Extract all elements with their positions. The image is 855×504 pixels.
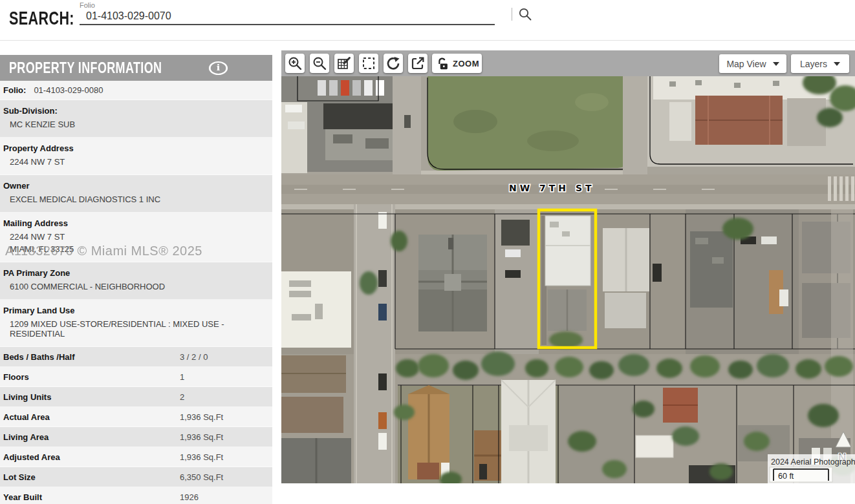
property-row-label: Primary Land Use [3, 306, 269, 315]
property-row: Primary Land Use 1209 MIXED USE-STORE/RE… [0, 300, 272, 347]
property-row: Beds / Baths /Half 3 / 2 / 0 [0, 347, 272, 367]
property-row-value: 2244 NW 7 ST [10, 232, 269, 242]
panel-title: PROPERTY INFORMATION [9, 59, 162, 77]
property-row-label: Living Area [3, 432, 180, 442]
property-row: Folio: 01-4103-029-0080 [0, 81, 272, 100]
property-row: Living Units 2 [0, 387, 272, 407]
rotate-icon [385, 55, 402, 72]
property-row-value: 01-4103-029-0080 [34, 85, 103, 95]
unlocked-padlock-icon [435, 56, 450, 71]
property-row-value: MC KENZIE SUB [10, 120, 269, 129]
property-row-label: Living Units [3, 392, 180, 402]
scale-label: 60 ft [778, 472, 794, 481]
property-row: Sub-Division: MC KENZIE SUB [0, 100, 272, 138]
rotate-button[interactable] [384, 54, 403, 73]
property-row-label: PA Primary Zone [3, 268, 269, 278]
aerial-map[interactable]: NW 7TH ST [281, 76, 855, 483]
property-row: PA Primary Zone 6100 COMMERCIAL - NEIGHB… [0, 262, 272, 300]
property-row-value: 1209 MIXED USE-STORE/RESIDENTIAL : MIXED… [10, 319, 269, 339]
property-row-value: 1926 [180, 492, 199, 502]
layers-label: Layers [800, 59, 827, 69]
zoom-in-icon [287, 55, 303, 72]
property-row-label: Owner [3, 181, 269, 191]
marquee-select-icon [360, 55, 377, 72]
property-row-value: 2 [180, 392, 184, 402]
property-row-value: 6100 COMMERCIAL - NEIGHBORHOOD [10, 282, 269, 291]
property-row-label: Folio: [3, 85, 26, 95]
folio-field-label: Folio [80, 1, 495, 9]
property-row: Living Area 1,936 Sq.Ft [0, 427, 272, 447]
property-row-value: 1,936 Sq.Ft [180, 412, 223, 422]
tan-roof-house [408, 385, 449, 479]
property-row-label: Floors [3, 372, 180, 382]
property-row-label: Actual Area [3, 412, 180, 422]
edit-parcels-icon [336, 55, 352, 72]
property-row: Owner EXCEL MEDICAL DIAGNOSTICS 1 INC [0, 175, 272, 213]
property-row-label: Year Built [3, 492, 180, 502]
property-row-label: Sub-Division: [3, 106, 269, 116]
export-button[interactable] [408, 54, 428, 73]
map-view-dropdown[interactable]: Map View [719, 54, 786, 73]
property-row-label: Beds / Baths /Half [3, 352, 180, 362]
property-information-header: PROPERTY INFORMATION i [0, 55, 272, 81]
street-label: NW 7TH ST [509, 183, 595, 193]
chevron-down-icon [773, 62, 779, 66]
chevron-down-icon [834, 62, 840, 66]
property-row-value: 6,350 Sq.Ft [180, 472, 223, 482]
subject-parcel-buildings [541, 216, 590, 348]
property-row-value: 1,936 Sq.Ft [180, 452, 223, 462]
search-icon[interactable] [517, 6, 534, 23]
zoom-out-button[interactable] [310, 54, 329, 73]
property-row-value: 3 / 2 / 0 [180, 352, 208, 362]
property-row-label: Mailing Address [3, 218, 269, 228]
property-row: Lot Size 6,350 Sq.Ft [0, 467, 272, 487]
attribution-text: 2024 Aerial Photography [771, 457, 855, 467]
map-area: ZOOM Map View Layers [281, 50, 855, 483]
folio-search-field: Folio [80, 1, 495, 25]
property-row: Year Built 1926 [0, 487, 272, 504]
property-row-value: 1,936 Sq.Ft [180, 432, 223, 442]
info-icon[interactable]: i [209, 61, 228, 75]
map-view-label: Map View [726, 59, 766, 69]
property-row-label: Adjusted Area [3, 452, 180, 462]
property-row-value2: MIAMI, FL 33125 [10, 244, 269, 254]
property-row-value: EXCEL MEDICAL DIAGNOSTICS 1 INC [10, 194, 269, 204]
white-hip-roof-house [501, 380, 556, 483]
zoom-lock-label: ZOOM [453, 59, 479, 68]
property-row-label: Property Address [3, 143, 269, 153]
marquee-select-button[interactable] [359, 54, 378, 73]
property-rows: Folio: 01-4103-029-0080 Sub-Division: MC… [0, 81, 272, 504]
property-row: Floors 1 [0, 367, 272, 387]
property-row-label: Lot Size [3, 472, 180, 482]
folio-search-input[interactable] [80, 9, 495, 25]
property-row: Adjusted Area 1,936 Sq.Ft [0, 447, 272, 467]
property-information-panel: PROPERTY INFORMATION i Folio: 01-4103-02… [0, 55, 272, 504]
export-icon [409, 55, 426, 72]
search-bar: SEARCH: Folio [0, 0, 855, 41]
gray-roof-house [418, 235, 487, 331]
side-street [354, 204, 395, 483]
zoom-out-icon [311, 55, 328, 72]
property-row: Property Address 2244 NW 7 ST [0, 138, 272, 175]
zoom-lock-button[interactable]: ZOOM [432, 54, 482, 73]
layers-dropdown[interactable]: Layers [791, 54, 849, 73]
property-row: Mailing Address 2244 NW 7 ST MIAMI, FL 3… [0, 213, 272, 262]
search-divider [512, 8, 512, 21]
edit-parcels-button[interactable] [334, 54, 354, 73]
property-row-value: 2244 NW 7 ST [10, 157, 269, 167]
magnifier-icon [517, 6, 533, 22]
zoom-in-button[interactable] [285, 54, 305, 73]
property-row: Actual Area 1,936 Sq.Ft [0, 407, 272, 427]
property-row-value: 1 [180, 372, 184, 382]
